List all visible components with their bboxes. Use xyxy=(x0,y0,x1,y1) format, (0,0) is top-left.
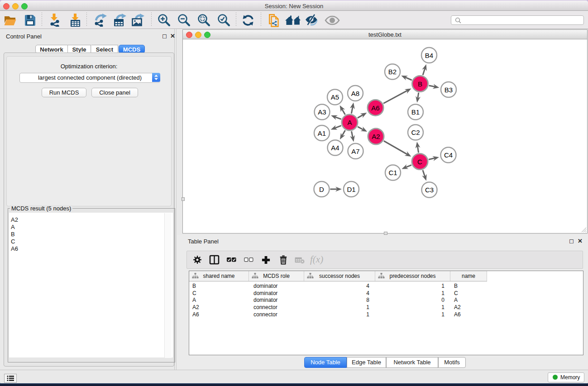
svg-text:A: A xyxy=(347,119,352,126)
svg-text:B3: B3 xyxy=(445,86,453,94)
svg-text:C3: C3 xyxy=(425,186,434,194)
svg-text:A1: A1 xyxy=(318,129,326,137)
svg-text:A7: A7 xyxy=(351,148,359,155)
svg-text:D1: D1 xyxy=(347,186,355,193)
svg-text:B2: B2 xyxy=(388,68,397,76)
svg-text:A4: A4 xyxy=(331,144,339,152)
svg-text:A8: A8 xyxy=(351,90,359,97)
svg-text:C1: C1 xyxy=(388,169,397,176)
svg-text:A6: A6 xyxy=(371,104,379,112)
svg-text:C4: C4 xyxy=(444,151,453,159)
svg-text:B4: B4 xyxy=(425,52,433,59)
svg-text:B: B xyxy=(418,80,422,88)
svg-text:D: D xyxy=(319,186,324,193)
svg-text:C2: C2 xyxy=(411,129,420,136)
svg-text:B1: B1 xyxy=(411,108,420,116)
svg-text:C: C xyxy=(417,158,422,166)
svg-text:A5: A5 xyxy=(331,93,339,101)
svg-text:A3: A3 xyxy=(318,108,326,116)
svg-text:A2: A2 xyxy=(372,133,380,140)
